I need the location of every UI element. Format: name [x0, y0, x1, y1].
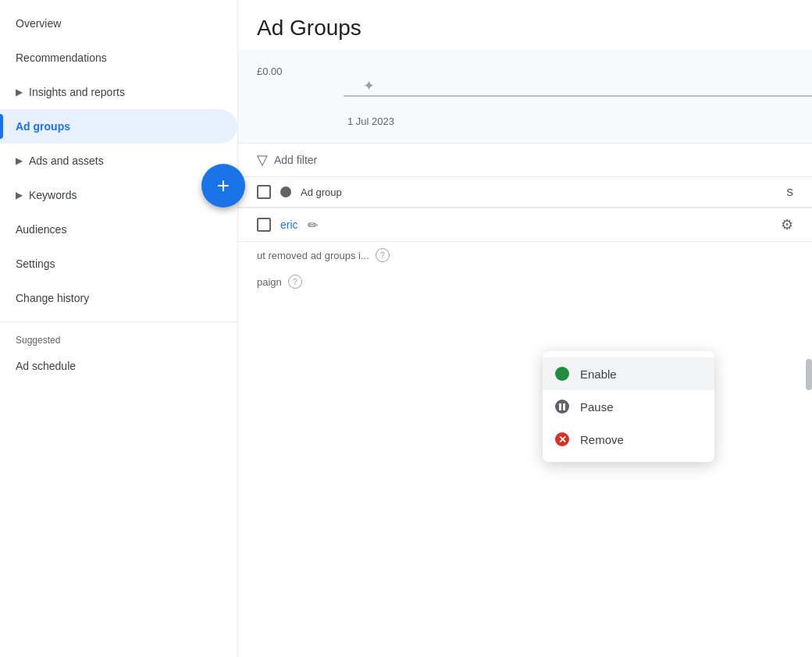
info-text-1: ut removed ad groups i...: [257, 250, 369, 261]
arrow-icon-3: ▶: [16, 190, 23, 201]
sidebar-item-recommendations[interactable]: Recommendations: [0, 41, 237, 75]
status-col-header: S: [786, 186, 793, 198]
sidebar-item-change-history[interactable]: Change history: [0, 281, 237, 315]
menu-item-remove[interactable]: ✕ Remove: [543, 423, 714, 456]
ad-schedule-label: Ad schedule: [16, 360, 76, 372]
sidebar-item-settings[interactable]: Settings: [0, 247, 237, 281]
fab-plus-icon: +: [217, 175, 230, 197]
pause-bars: [559, 403, 565, 410]
sparkle-icon: ✦: [363, 77, 375, 94]
menu-item-enable[interactable]: Enable: [543, 357, 714, 390]
overview-label: Overview: [16, 17, 61, 30]
pause-label: Pause: [580, 400, 614, 414]
active-indicator: [0, 114, 3, 139]
enable-label: Enable: [580, 368, 617, 381]
scrollbar[interactable]: [806, 359, 812, 390]
ad-group-col-header: Ad group: [301, 186, 342, 198]
pause-bar-2: [563, 403, 565, 410]
audiences-label: Audiences: [16, 223, 66, 236]
sidebar-item-ad-schedule[interactable]: Ad schedule: [0, 349, 237, 383]
ad-group-name[interactable]: eric: [280, 218, 298, 231]
arrow-icon-2: ▶: [16, 155, 23, 166]
table-header: Ad group S: [238, 177, 812, 208]
sidebar-divider: [0, 321, 237, 322]
sidebar: Overview Recommendations ▶ Insights and …: [0, 0, 238, 657]
change-history-label: Change history: [16, 292, 89, 304]
sidebar-item-overview[interactable]: Overview: [0, 6, 237, 41]
gear-icon[interactable]: ⚙: [781, 216, 793, 233]
insights-reports-label: Insights and reports: [29, 86, 125, 98]
chart-currency-label: £0.00: [257, 66, 283, 77]
remove-icon: ✕: [555, 432, 569, 446]
add-filter-label[interactable]: Add filter: [274, 154, 317, 166]
sidebar-item-audiences[interactable]: Audiences: [0, 212, 237, 247]
status-dot: [280, 186, 291, 197]
settings-label: Settings: [16, 257, 55, 270]
ad-groups-label: Ad groups: [16, 120, 70, 133]
chart-area: £0.00 ✦ 1 Jul 2023: [238, 50, 812, 144]
pause-icon: [555, 400, 569, 414]
menu-item-pause[interactable]: Pause: [543, 390, 714, 423]
arrow-icon: ▶: [16, 87, 23, 98]
select-all-checkbox[interactable]: [257, 185, 271, 199]
info-row-2: paign ?: [238, 268, 812, 295]
remove-label: Remove: [580, 433, 624, 446]
row-checkbox[interactable]: [257, 218, 271, 232]
sidebar-item-ad-groups[interactable]: Ad groups: [0, 109, 237, 144]
filter-bar[interactable]: ▽ Add filter: [238, 144, 812, 177]
chart-line: [344, 95, 812, 97]
filter-icon: ▽: [257, 151, 268, 169]
chart-date-label: 1 Jul 2023: [347, 115, 394, 127]
keywords-label: Keywords: [29, 189, 77, 201]
info-circle-1[interactable]: ?: [376, 248, 390, 262]
create-fab-button[interactable]: +: [201, 164, 245, 208]
ads-assets-label: Ads and assets: [29, 154, 104, 167]
main-content: Ad Groups £0.00 ✦ 1 Jul 2023 ▽ Add filte…: [238, 0, 812, 657]
page-title: Ad Groups: [238, 0, 812, 50]
sidebar-item-insights-reports[interactable]: ▶ Insights and reports: [0, 75, 237, 109]
edit-icon[interactable]: ✏: [308, 218, 318, 233]
sidebar-item-ads-assets[interactable]: ▶ Ads and assets: [0, 144, 237, 178]
info-circle-2[interactable]: ?: [288, 275, 302, 289]
enable-icon: [555, 367, 569, 381]
suggested-section-label: Suggested: [0, 328, 237, 349]
recommendations-label: Recommendations: [16, 51, 107, 64]
info-text-2: paign: [257, 276, 282, 288]
pause-bar-1: [559, 403, 561, 410]
info-row-1: ut removed ad groups i... ?: [238, 242, 812, 268]
table-row: eric ✏ ⚙: [238, 208, 812, 242]
context-menu: Enable Pause ✕ Remove: [543, 351, 714, 462]
